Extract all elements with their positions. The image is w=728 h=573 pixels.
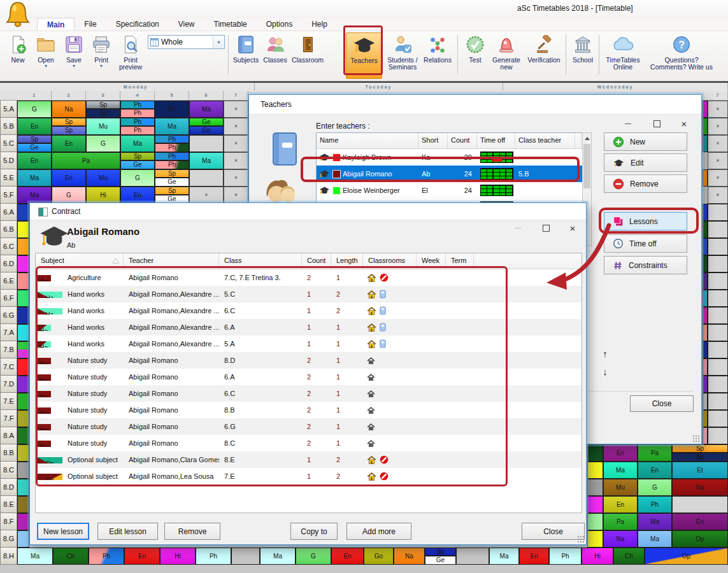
timetable-cell[interactable]: G xyxy=(120,169,155,187)
timetable-cell-empty[interactable] xyxy=(708,427,728,444)
timetable-cell[interactable]: Ma xyxy=(17,187,52,204)
timetable-cell-empty[interactable] xyxy=(17,462,29,479)
column-header-term[interactable]: Term xyxy=(446,253,474,269)
menu-tab-help[interactable]: Help xyxy=(302,18,337,31)
timetable-cell[interactable]: Sp xyxy=(425,548,456,556)
timetable-cell-empty[interactable] xyxy=(17,221,29,238)
timetable-cell-empty[interactable] xyxy=(17,204,29,221)
timetable-cell[interactable]: En xyxy=(519,548,549,565)
timetable-cell[interactable]: × xyxy=(224,118,248,135)
column-header-week[interactable]: Week xyxy=(417,253,446,269)
timetable-cell[interactable]: × xyxy=(708,101,728,118)
class-row-label[interactable]: 6.C xyxy=(0,238,17,255)
timetable-cell-empty[interactable] xyxy=(17,290,29,307)
timetable-cell[interactable]: Na xyxy=(603,530,638,548)
scroll-up-icon[interactable] xyxy=(583,133,591,143)
lesson-row[interactable]: AgAgricultureAbigail Romano7.C, 7.E Tret… xyxy=(36,269,582,286)
edit-button[interactable]: Edit xyxy=(604,153,687,172)
timetable-cell[interactable]: En xyxy=(672,513,728,530)
timetable-cell-empty[interactable] xyxy=(703,255,708,272)
timetable-cell[interactable]: Ma xyxy=(260,548,296,565)
timetable-cell-empty[interactable] xyxy=(703,393,708,410)
timetable-cell[interactable]: En xyxy=(124,548,160,565)
timetable-cell-empty[interactable] xyxy=(703,238,708,255)
timetable-cell-empty[interactable] xyxy=(587,513,603,530)
column-header-short[interactable]: Short xyxy=(418,133,448,148)
toolbar-button-classroom[interactable]: Classroom xyxy=(289,32,326,79)
column-header-teacher[interactable]: Teacher xyxy=(124,253,219,269)
resize-grip[interactable] xyxy=(692,435,699,442)
menu-tab-timetable[interactable]: Timetable xyxy=(204,18,257,31)
column-header-count[interactable]: Count xyxy=(302,253,331,269)
timeoff-grid[interactable] xyxy=(480,168,513,180)
lesson-row[interactable]: HaHand worksAbigail Romano,Alexandre ...… xyxy=(36,302,582,319)
timetable-cell[interactable]: Ma xyxy=(17,169,52,187)
timetable-cell[interactable]: Hi xyxy=(160,548,196,565)
timetable-cell-empty[interactable] xyxy=(587,496,603,513)
timetable-cell[interactable]: Op xyxy=(645,548,728,565)
timetable-cell[interactable]: En xyxy=(17,118,52,135)
sort-icon[interactable] xyxy=(112,257,119,265)
class-row-label[interactable]: 8.A xyxy=(0,427,17,444)
class-row-label[interactable]: 7.E xyxy=(0,393,17,410)
timetable-cell[interactable]: Sp xyxy=(17,135,52,143)
timetable-cell[interactable]: Ma xyxy=(189,152,224,169)
timetable-cell[interactable]: Ge xyxy=(189,126,224,135)
class-row-label[interactable]: 7.D xyxy=(0,376,17,393)
dropdown-arrow-icon[interactable]: ▾ xyxy=(45,64,47,68)
timetable-cell-empty[interactable] xyxy=(587,530,603,548)
timetable-cell[interactable]: G xyxy=(86,135,120,152)
timetable-cell[interactable]: × xyxy=(708,135,728,152)
timetable-cell[interactable]: Ch xyxy=(613,548,645,565)
timetable-cell-empty[interactable] xyxy=(708,307,728,324)
constraints-button[interactable]: Constraints xyxy=(604,256,687,274)
column-header-time-off[interactable]: Time off xyxy=(477,133,515,148)
lesson-row[interactable]: NaNature studyAbigail Romano8.B21 xyxy=(36,402,582,418)
asc-bell-logo-icon[interactable] xyxy=(4,1,32,30)
timetable-cell-empty[interactable] xyxy=(17,255,29,272)
timetable-cell[interactable]: Ge xyxy=(120,160,155,169)
menu-tab-file[interactable]: File xyxy=(75,18,106,31)
timetable-cell-empty[interactable] xyxy=(17,376,29,393)
timetable-cell-empty[interactable] xyxy=(703,324,708,341)
teachers-table-header[interactable]: NameShortCountTime offClass teacher xyxy=(317,133,583,149)
timetable-cell-empty[interactable] xyxy=(703,358,708,376)
timetable-cell[interactable]: Ma xyxy=(189,101,224,118)
close-window-button[interactable]: × xyxy=(563,220,582,236)
timetable-cell[interactable]: Ma xyxy=(155,118,189,135)
timetable-cell[interactable]: Mu xyxy=(86,169,120,187)
teacher-row[interactable]: Eloise WeinbergerEl24 xyxy=(317,182,583,199)
timetable-cell[interactable]: Ma xyxy=(638,513,672,530)
close-window-button[interactable]: × xyxy=(674,114,694,133)
timetable-cell[interactable]: G xyxy=(296,548,331,565)
class-row-label[interactable]: 6.D xyxy=(0,255,17,272)
toolbar-button-open[interactable]: Open▾ xyxy=(32,32,60,79)
timetable-cell-empty[interactable] xyxy=(17,238,29,255)
timetable-cell-empty[interactable] xyxy=(703,101,708,118)
timeoff-grid[interactable] xyxy=(480,185,513,196)
timetable-cell-empty[interactable] xyxy=(703,427,708,444)
timetable-cell[interactable]: Ge xyxy=(155,178,189,187)
class-row-label[interactable]: 8.G xyxy=(0,530,17,548)
column-header-count[interactable]: Count xyxy=(448,133,477,148)
new-button[interactable]: New xyxy=(604,132,687,151)
class-row-label[interactable]: 5.E xyxy=(0,169,17,187)
timetable-cell[interactable]: Ph xyxy=(120,109,155,118)
timetable-cell[interactable]: Ch xyxy=(53,548,89,565)
timetable-cell-empty[interactable] xyxy=(17,410,29,427)
class-row-label[interactable]: 5.D xyxy=(0,152,17,169)
timetable-cell[interactable]: Ph xyxy=(155,135,189,143)
timetable-cell[interactable]: Pa xyxy=(52,152,120,169)
view-select[interactable]: Whole ▾ xyxy=(148,35,225,49)
teachers-close-button[interactable]: Close xyxy=(630,395,694,412)
timetable-cell-empty[interactable] xyxy=(708,376,728,393)
timetable-cell-empty[interactable] xyxy=(703,221,708,238)
timetable-cell[interactable]: Ph xyxy=(638,496,672,513)
timetable-cell-empty[interactable] xyxy=(17,513,29,530)
timetable-cell[interactable]: Sp xyxy=(120,152,155,160)
timetable-cell[interactable]: Ph xyxy=(120,126,155,135)
column-header-class-teacher[interactable]: Class teacher xyxy=(515,133,575,148)
timetable-cell[interactable]: En xyxy=(120,187,155,204)
column-header-name[interactable]: Name xyxy=(317,133,418,148)
edit-lesson-button[interactable]: Edit lesson xyxy=(97,523,158,540)
